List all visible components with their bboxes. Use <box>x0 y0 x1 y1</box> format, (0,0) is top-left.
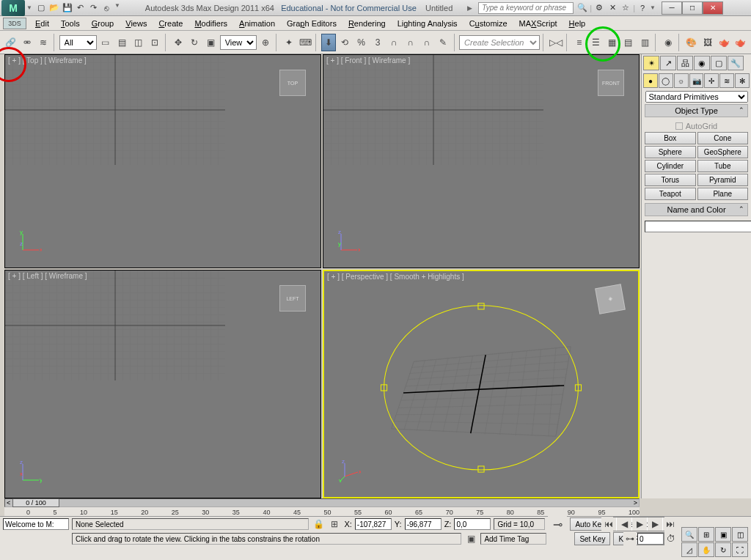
selection-filter-combo[interactable]: All <box>59 35 97 50</box>
viewcube-left[interactable]: LEFT <box>279 285 306 312</box>
motion-tab-icon[interactable]: ◉ <box>694 56 710 70</box>
render-frame-icon[interactable]: 🖼 <box>700 34 715 51</box>
curve-editor-icon[interactable]: ▤ <box>621 34 636 51</box>
geosphere-button[interactable]: GeoSphere <box>697 146 749 158</box>
sphere-button[interactable]: Sphere <box>645 146 696 158</box>
save-icon[interactable]: 💾 <box>62 2 73 14</box>
x-coord-input[interactable] <box>355 518 392 530</box>
select-rotate-icon[interactable]: ↻ <box>187 34 202 51</box>
pan-icon[interactable]: ✋ <box>698 542 714 557</box>
tube-button[interactable]: Tube <box>697 160 749 172</box>
key-step-icon[interactable]: ⊶ <box>623 532 637 545</box>
viewcube-persp[interactable]: ◈ <box>595 284 626 314</box>
systems-cat-icon[interactable]: ✻ <box>735 73 750 88</box>
menu-views[interactable]: Views <box>120 18 153 29</box>
menu-animation[interactable]: Animation <box>233 18 281 29</box>
comm-icon[interactable]: ⚙ <box>593 2 605 14</box>
viewport-front[interactable]: [ + ] [ Front ] [ Wireframe ] FRONT xzy <box>323 54 640 268</box>
menu-grapheditors[interactable]: Graph Editors <box>281 18 342 29</box>
menu-customize[interactable]: Customize <box>464 18 513 29</box>
script-listener[interactable] <box>3 518 69 530</box>
autogrid-checkbox[interactable]: AutoGrid <box>645 120 748 132</box>
workspace-selector[interactable]: 3DS <box>3 18 26 29</box>
manipulate-icon[interactable]: ✦ <box>282 34 296 51</box>
orbit-icon[interactable]: ↻ <box>715 542 731 557</box>
viewport-left[interactable]: [ + ] [ Left ] [ Wireframe ] LEFT yzx <box>4 270 321 498</box>
viewport-label-top[interactable]: [ + ] [ Top ] [ Wireframe ] <box>8 56 87 65</box>
viewport-label-persp[interactable]: [ + ] [ Perspective ] [ Smooth + Highlig… <box>327 273 464 281</box>
infocenter-icon[interactable]: 🔍 <box>576 2 588 14</box>
select-icon[interactable]: ▭ <box>98 34 113 51</box>
window-crossing-icon[interactable]: ⊡ <box>147 34 162 51</box>
viewport-label-front[interactable]: [ + ] [ Front ] [ Wireframe ] <box>326 56 410 65</box>
play-icon[interactable]: ▶ <box>632 517 647 531</box>
select-region-icon[interactable]: ◫ <box>131 34 145 51</box>
minimize-button[interactable]: ─ <box>662 1 682 15</box>
lights-cat-icon[interactable]: ☼ <box>674 73 689 88</box>
render-iter-icon[interactable]: 🫖 <box>733 34 748 51</box>
create-tab-icon[interactable]: ✴ <box>643 56 659 70</box>
helpers-cat-icon[interactable]: ✢ <box>704 73 719 88</box>
ref-coord-combo[interactable]: View <box>220 35 257 50</box>
named-selection-combo[interactable]: Create Selection Se <box>459 35 540 50</box>
snap-toggle-icon[interactable]: ⬇ <box>321 34 336 51</box>
select-scale-icon[interactable]: ▣ <box>203 34 218 51</box>
menu-tools[interactable]: Tools <box>55 18 86 29</box>
menu-lighting[interactable]: Lighting Analysis <box>392 18 464 29</box>
cylinder-button[interactable]: Cylinder <box>645 160 696 172</box>
modify-tab-icon[interactable]: ↗ <box>660 56 676 70</box>
cameras-cat-icon[interactable]: 📷 <box>689 73 704 88</box>
tag-icon[interactable]: ▣ <box>464 532 477 545</box>
time-slider-track[interactable]: < 0 / 100 > <box>4 498 640 507</box>
link-icon[interactable]: ⎋ <box>101 2 113 14</box>
new-icon[interactable]: ▢ <box>35 2 47 14</box>
favorite-icon[interactable]: ☆ <box>620 2 631 14</box>
zoom-all-icon[interactable]: ⊞ <box>698 527 714 542</box>
select-move-icon[interactable]: ✥ <box>171 34 186 51</box>
abs-rel-icon[interactable]: ⊞ <box>328 517 341 531</box>
next-frame-icon[interactable]: ▶ <box>648 517 662 531</box>
percent-snap-icon[interactable]: % <box>353 34 368 51</box>
menu-maxscript[interactable]: MAXScript <box>513 18 563 29</box>
zoom-extents-icon[interactable]: ▣ <box>715 527 731 542</box>
viewport-perspective[interactable]: [ + ] [ Perspective ] [ Smooth + Highlig… <box>323 270 640 498</box>
zoom-icon[interactable]: 🔍 <box>681 527 697 542</box>
render-setup-icon[interactable]: 🎨 <box>684 34 699 51</box>
maximize-button[interactable]: □ <box>682 1 703 15</box>
lock-icon[interactable]: 🔒 <box>312 517 325 531</box>
rollout-name-color[interactable]: Name and Color <box>645 203 748 216</box>
viewcube-top[interactable]: TOP <box>279 70 306 96</box>
viewcube-front[interactable]: FRONT <box>598 70 624 96</box>
close-button[interactable]: ✕ <box>703 1 723 15</box>
viewport-label-left[interactable]: [ + ] [ Left ] [ Wireframe ] <box>8 272 87 280</box>
pivot-icon[interactable]: ⊕ <box>258 34 273 51</box>
y-coord-input[interactable] <box>405 518 442 530</box>
utilities-tab-icon[interactable]: 🔧 <box>728 56 744 70</box>
help-icon[interactable]: ? <box>637 2 648 14</box>
angle-snap-icon[interactable]: ⟲ <box>337 34 352 51</box>
layers-icon[interactable]: ☰ <box>588 34 603 51</box>
schematic-icon[interactable]: ▥ <box>637 34 652 51</box>
viewport-top[interactable]: [ + ] [ Top ] [ Wireframe ] TOP xyz <box>4 54 321 268</box>
zoom-extents-all-icon[interactable]: ◫ <box>732 527 748 542</box>
menu-group[interactable]: Group <box>86 18 120 29</box>
fov-icon[interactable]: ◿ <box>681 542 697 557</box>
help-search-input[interactable] <box>478 2 574 14</box>
menu-edit[interactable]: Edit <box>29 18 55 29</box>
keyboard-icon[interactable]: ⌨ <box>298 34 312 51</box>
teapot-button[interactable]: Teapot <box>645 188 696 200</box>
snap-a-icon[interactable]: ∩ <box>387 34 401 51</box>
snap-c-icon[interactable]: ∩ <box>420 34 434 51</box>
spinner-snap-icon[interactable]: 3 <box>370 34 385 51</box>
edit-named-icon[interactable]: ✎ <box>436 34 450 51</box>
current-frame-input[interactable] <box>637 533 664 545</box>
undo-icon[interactable]: ↶ <box>75 2 87 14</box>
box-button[interactable]: Box <box>645 132 696 144</box>
z-coord-input[interactable] <box>454 518 491 530</box>
snap-b-icon[interactable]: ∩ <box>403 34 418 51</box>
app-menu-button[interactable]: M <box>1 0 25 16</box>
spacewarp-cat-icon[interactable]: ≋ <box>719 73 734 88</box>
open-icon[interactable]: 📂 <box>48 2 60 14</box>
unlink-tool-icon[interactable]: ⚮ <box>19 34 34 51</box>
goto-end-icon[interactable]: ⏭ <box>663 517 678 531</box>
